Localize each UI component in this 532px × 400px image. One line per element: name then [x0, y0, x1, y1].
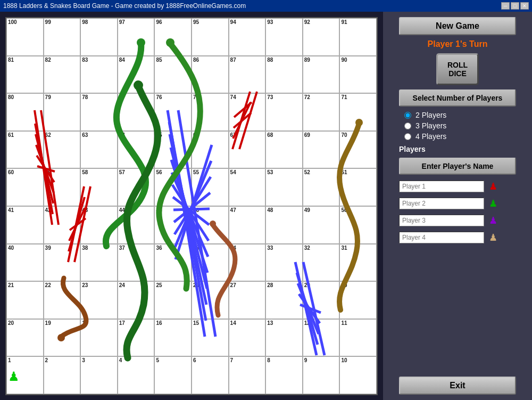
board-cell-87: 87: [229, 56, 266, 94]
board-cell-56: 56: [154, 168, 192, 206]
board-cell-39: 39: [44, 244, 81, 282]
board-cell-38: 38: [80, 244, 118, 282]
board-cell-77: 77: [118, 93, 155, 131]
roll-dice-label: ROLLDICE: [447, 61, 468, 78]
board-cell-47: 47: [229, 206, 266, 244]
board-cell-37: 37: [118, 244, 155, 282]
board-cell-42: 42: [44, 206, 81, 244]
maximize-button[interactable]: □: [511, 2, 519, 10]
board-cell-68: 68: [265, 131, 303, 169]
board-cell-32: 32: [303, 244, 340, 282]
board-cell-85: 85: [154, 56, 192, 94]
player-1-icon: ♟: [487, 179, 499, 194]
board-cell-23: 23: [80, 281, 118, 319]
board-cell-88: 88: [265, 56, 303, 94]
board-cell-22: 22: [44, 281, 81, 319]
player-2-input[interactable]: [399, 198, 484, 209]
radio-2-input[interactable]: [404, 112, 411, 119]
roll-dice-button[interactable]: ROLLDICE: [436, 53, 479, 85]
player-turn-display: Player 1's Turn: [428, 39, 488, 49]
board-cell-34: 34: [229, 244, 266, 282]
board-cell-8: 8: [265, 356, 303, 394]
board-cell-57: 57: [118, 168, 155, 206]
board-cell-33: 33: [265, 244, 303, 282]
board-cell-6: 6: [192, 356, 229, 394]
radio-2-label: 2 Players: [415, 111, 446, 119]
player-count-options: 2 Players 3 Players 4 Players: [404, 111, 511, 141]
close-button[interactable]: ✕: [520, 2, 529, 10]
board-cell-27: 27: [229, 281, 266, 319]
board-cell-51: 51: [339, 168, 377, 206]
board-cell-73: 73: [265, 93, 303, 131]
board-cell-90: 90: [339, 56, 377, 94]
board-cell-69: 69: [303, 131, 340, 169]
board-cell-55: 55: [192, 168, 229, 206]
board-cell-94: 94: [229, 18, 266, 56]
game-board: 1009998979695949392918182838485868788899…: [5, 17, 378, 395]
board-cell-5: 5: [154, 356, 192, 394]
board-cell-12: 12: [303, 319, 340, 357]
board-cell-21: 21: [6, 281, 44, 319]
board-cell-15: 15: [192, 319, 229, 357]
board-cell-29: 29: [303, 281, 340, 319]
board-cell-76: 76: [154, 93, 192, 131]
player-1-input[interactable]: [399, 181, 484, 192]
player-3-input[interactable]: [399, 215, 484, 226]
board-cell-100: 100: [6, 18, 44, 56]
board-cell-65: 65: [154, 131, 192, 169]
exit-button[interactable]: Exit: [399, 377, 516, 395]
board-cell-49: 49: [303, 206, 340, 244]
radio-4-input[interactable]: [404, 133, 411, 140]
radio-3-label: 3 Players: [415, 121, 446, 130]
board-cell-20: 20: [6, 319, 44, 357]
board-cell-17: 17: [118, 319, 155, 357]
board-cell-83: 83: [80, 56, 118, 94]
board-cell-60: 60: [6, 168, 44, 206]
board-cell-58: 58: [80, 168, 118, 206]
board-cell-66: 66: [192, 131, 229, 169]
board-cell-99: 99: [44, 18, 81, 56]
board-cell-89: 89: [303, 56, 340, 94]
board-cell-10: 10: [339, 356, 377, 394]
minimize-button[interactable]: ─: [501, 2, 510, 10]
board-cell-14: 14: [229, 319, 266, 357]
board-cell-86: 86: [192, 56, 229, 94]
board-cell-16: 16: [154, 319, 192, 357]
sidebar: New Game Player 1's Turn ROLLDICE Select…: [383, 12, 532, 400]
board-cell-36: 36: [154, 244, 192, 282]
radio-3-input[interactable]: [404, 123, 411, 129]
player-1-row: ♟: [399, 179, 516, 194]
board-cell-61: 61: [6, 131, 44, 169]
new-game-button[interactable]: New Game: [399, 17, 516, 35]
board-cell-45: 45: [154, 206, 192, 244]
board-cell-25: 25: [154, 281, 192, 319]
player-inputs-container: ♟ ♟ ♟ ♟: [399, 179, 516, 245]
board-cell-81: 81: [6, 56, 44, 94]
green-player-piece: ♟: [8, 369, 20, 384]
board-cell-96: 96: [154, 18, 192, 56]
board-cell-98: 98: [80, 18, 118, 56]
radio-2-players[interactable]: 2 Players: [404, 111, 511, 119]
board-cell-91: 91: [339, 18, 377, 56]
board-cell-97: 97: [118, 18, 155, 56]
player-4-input[interactable]: [399, 232, 484, 243]
board-cell-4: 4: [118, 356, 155, 394]
player-3-row: ♟: [399, 213, 516, 228]
board-cell-59: 59: [44, 168, 81, 206]
enter-name-label: Enter Player's Name: [399, 158, 516, 175]
radio-3-players[interactable]: 3 Players: [404, 121, 511, 130]
radio-4-players[interactable]: 4 Players: [404, 132, 511, 141]
board-cell-9: 9: [303, 356, 340, 394]
board-cell-75: 75: [192, 93, 229, 131]
board-cell-48: 48: [265, 206, 303, 244]
board-cell-84: 84: [118, 56, 155, 94]
board-cell-74: 74: [229, 93, 266, 131]
board-cell-30: 30: [339, 281, 377, 319]
player-3-icon: ♟: [487, 213, 499, 228]
board-cell-80: 80: [6, 93, 44, 131]
board-cell-31: 31: [339, 244, 377, 282]
board-cell-82: 82: [44, 56, 81, 94]
board-cell-62: 62: [44, 131, 81, 169]
board-cell-18: 18: [80, 319, 118, 357]
player-4-row: ♟: [399, 230, 516, 245]
